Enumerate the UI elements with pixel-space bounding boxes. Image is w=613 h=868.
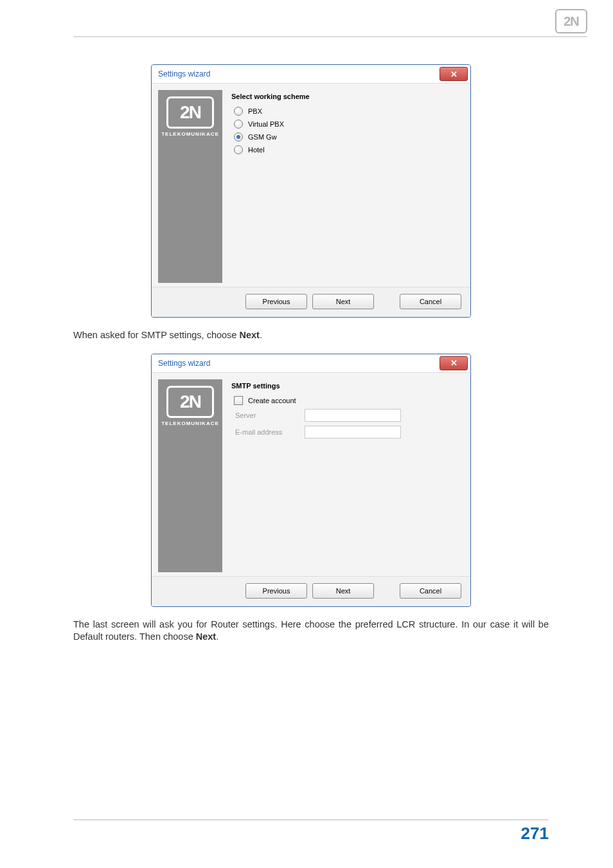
text-bold: Next: [196, 631, 216, 642]
titlebar: Settings wizard ✕: [152, 354, 470, 372]
brand-subtext: TELEKOMUNIKACE: [161, 131, 219, 137]
radio-icon: [234, 145, 243, 154]
settings-wizard-dialog-smtp: Settings wizard ✕ 2N TELEKOMUNIKACE SMTP…: [151, 354, 471, 607]
email-label: E-mail address: [235, 428, 299, 436]
close-button[interactable]: ✕: [440, 356, 468, 370]
radio-label: Virtual PBX: [248, 120, 284, 128]
button-label: Cancel: [420, 587, 441, 595]
cancel-button[interactable]: Cancel: [400, 583, 461, 599]
radio-icon: [234, 120, 243, 129]
previous-button[interactable]: Previous: [245, 294, 307, 309]
paragraph-smtp-note: When asked for SMTP settings, choose Nex…: [73, 329, 549, 342]
brand-sidebar: 2N TELEKOMUNIKACE: [158, 379, 222, 572]
header-logo: 2N: [555, 9, 587, 33]
text: When asked for SMTP settings, choose: [73, 330, 239, 340]
window-title: Settings wizard: [158, 69, 210, 78]
button-bar: Previous Next Cancel: [152, 577, 470, 606]
button-label: Previous: [263, 587, 290, 595]
previous-button[interactable]: Previous: [245, 583, 307, 599]
section-title: Select working scheme: [231, 93, 460, 100]
window-title: Settings wizard: [158, 359, 210, 368]
radio-hotel[interactable]: Hotel: [234, 145, 460, 154]
header-logo-text: 2N: [564, 14, 579, 29]
section-title: SMTP settings: [231, 382, 460, 390]
header-rule: [73, 36, 587, 37]
radio-icon: [234, 107, 243, 116]
close-icon: ✕: [450, 70, 458, 78]
brand-logo: 2N: [166, 386, 214, 418]
text-bold: Next: [239, 330, 259, 340]
server-label: Server: [235, 411, 299, 419]
radio-pbx[interactable]: PBX: [234, 107, 460, 116]
brand-subtext: TELEKOMUNIKACE: [161, 420, 219, 426]
close-icon: ✕: [450, 359, 458, 367]
button-label: Next: [336, 298, 351, 305]
radio-label: GSM Gw: [248, 133, 277, 141]
button-label: Previous: [263, 298, 290, 305]
button-label: Cancel: [420, 298, 441, 305]
next-button[interactable]: Next: [312, 583, 374, 599]
radio-label: Hotel: [248, 146, 265, 154]
radio-gsm-gw[interactable]: GSM Gw: [234, 132, 460, 141]
paragraph-router-note: The last screen will ask you for Router …: [73, 619, 549, 644]
button-bar: Previous Next Cancel: [152, 287, 470, 317]
radio-label: PBX: [248, 107, 262, 115]
create-account-checkbox[interactable]: Create account: [234, 396, 460, 405]
page-number: 271: [521, 824, 549, 844]
settings-wizard-dialog-scheme: Settings wizard ✕ 2N TELEKOMUNIKACE Sele…: [151, 64, 471, 318]
checkbox-icon: [234, 396, 243, 405]
email-input[interactable]: [305, 426, 401, 439]
brand-sidebar: 2N TELEKOMUNIKACE: [158, 90, 222, 283]
text: The last screen will ask you for Router …: [73, 619, 549, 642]
radio-icon: [234, 132, 243, 141]
cancel-button[interactable]: Cancel: [400, 294, 461, 309]
button-label: Next: [336, 587, 351, 595]
server-input[interactable]: [305, 409, 401, 422]
next-button[interactable]: Next: [312, 294, 374, 309]
brand-logo: 2N: [166, 96, 214, 129]
titlebar: Settings wizard ✕: [152, 65, 470, 83]
text: .: [260, 330, 262, 340]
footer-rule: [73, 819, 549, 820]
radio-virtual-pbx[interactable]: Virtual PBX: [234, 120, 460, 129]
text: .: [216, 631, 218, 642]
close-button[interactable]: ✕: [440, 67, 468, 81]
checkbox-label: Create account: [248, 397, 296, 404]
